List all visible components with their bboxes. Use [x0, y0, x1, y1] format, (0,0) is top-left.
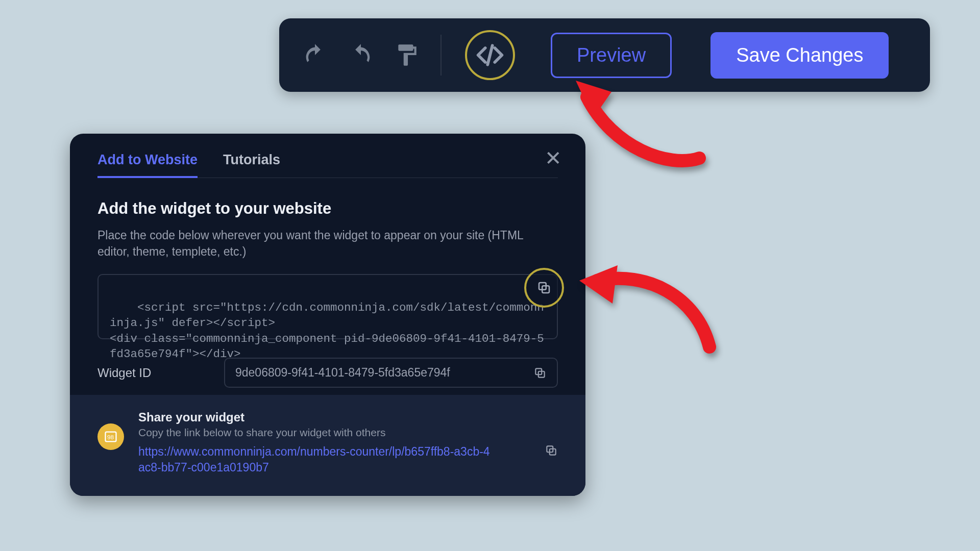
copy-share-link-icon[interactable]: [545, 444, 558, 457]
section-title: Add the widget to your website: [97, 199, 558, 218]
share-link[interactable]: https://www.commonninja.com/numbers-coun…: [138, 444, 496, 475]
share-description: Copy the link below to share your widget…: [138, 427, 558, 439]
embed-code-button[interactable]: [465, 30, 515, 80]
tab-tutorials[interactable]: Tutorials: [223, 152, 280, 178]
section-description: Place the code below wherever you want t…: [97, 227, 536, 260]
copy-id-icon[interactable]: [533, 366, 547, 380]
toolbar-separator: [440, 35, 442, 76]
share-title: Share your widget: [138, 410, 558, 424]
widget-id-field[interactable]: 9de06809-9f41-4101-8479-5fd3a65e794f: [224, 358, 558, 388]
widget-id-value: 9de06809-9f41-4101-8479-5fd3a65e794f: [235, 366, 450, 380]
share-widget-icon: 98: [97, 423, 124, 450]
svg-marker-9: [579, 265, 618, 304]
undo-icon[interactable]: [300, 40, 330, 70]
embed-code-text: <script src="https://cdn.commonninja.com…: [110, 301, 544, 361]
share-section: 98 Share your widget Copy the link below…: [70, 395, 585, 496]
annotation-arrow-2: [569, 250, 722, 362]
tab-add-to-website[interactable]: Add to Website: [97, 152, 198, 178]
svg-text:98: 98: [107, 434, 114, 440]
copy-code-button[interactable]: [524, 268, 564, 308]
embed-code-box[interactable]: <script src="https://cdn.commonninja.com…: [97, 274, 558, 339]
redo-icon[interactable]: [346, 40, 376, 70]
annotation-arrow-1: [567, 71, 715, 173]
embed-modal: ✕ Add to Website Tutorials Add the widge…: [70, 134, 585, 496]
widget-id-row: Widget ID 9de06809-9f41-4101-8479-5fd3a6…: [97, 358, 558, 388]
format-paint-icon[interactable]: [391, 40, 422, 70]
close-icon[interactable]: ✕: [545, 148, 562, 168]
save-changes-button[interactable]: Save Changes: [710, 32, 889, 79]
modal-tabs: Add to Website Tutorials: [97, 152, 558, 178]
